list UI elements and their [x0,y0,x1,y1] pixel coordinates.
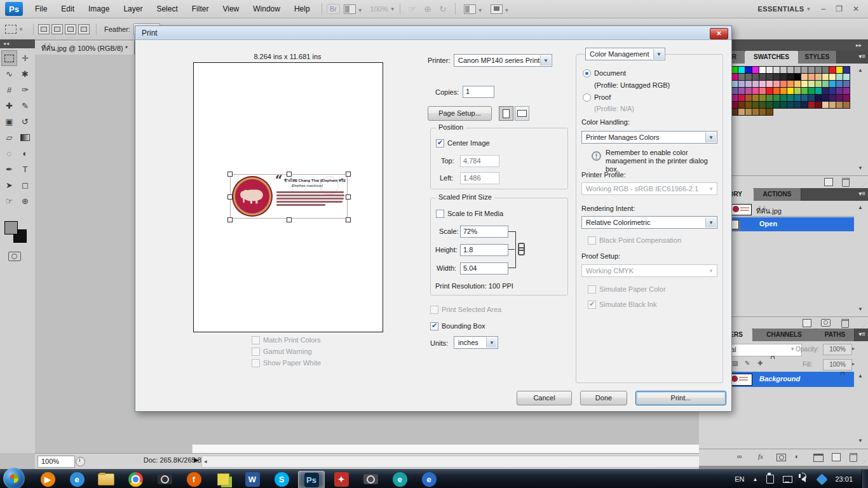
link-layers-icon[interactable]: ∞ [737,452,742,460]
width-input[interactable]: 5.04 [460,262,508,274]
tool-shape[interactable]: ◻ [17,177,33,193]
workspace-switcher[interactable]: ESSENTIALS [757,5,804,13]
selection-add-icon[interactable] [51,24,63,34]
language-indicator[interactable]: EN [735,475,744,483]
page-setup-button[interactable]: Page Setup... [428,106,492,121]
arrange-documents-icon[interactable]: ▼ [464,4,483,15]
panel-menu-icon[interactable]: ▾≡ [858,330,865,337]
menu-item-file[interactable]: File [28,0,54,18]
taskbar-windows-explorer[interactable] [93,471,119,487]
orientation-landscape-icon[interactable] [515,106,529,121]
scroll-up-icon[interactable]: ▲ [856,205,865,210]
taskbar-internet-explorer[interactable]: e [64,471,90,487]
tool-dodge[interactable]: ◐ [17,146,33,161]
bbox-handle[interactable] [346,172,351,177]
network-icon[interactable] [783,476,792,483]
minimize-button[interactable]: – [821,4,825,13]
taskbar-word[interactable]: W [240,471,265,487]
launch-bridge-button[interactable]: Br [327,4,340,14]
document-tab[interactable]: ที่คั่น.jpg @ 100% (RGB/8) * [35,41,135,55]
selection-intersect-icon[interactable] [78,24,90,34]
preview-artwork[interactable]: “ ช้างไทย Chang Thai (Elephant หรือ Elep… [230,174,348,219]
zoom-level[interactable]: 100% [370,5,388,13]
scroll-down-icon[interactable]: ▼ [856,165,865,171]
rendering-intent-select[interactable]: Relative Colorimetric▼ [581,216,717,229]
tool-gradient[interactable] [17,130,33,146]
scroll-up-icon[interactable]: ▲ [856,373,865,379]
menu-item-select[interactable]: Select [149,0,184,18]
taskbar-photoshop[interactable]: Ps [298,471,325,488]
rotate-view-icon[interactable]: ↻ [439,4,447,14]
tool-zoom[interactable]: ⊕ [17,193,33,209]
tab-styles[interactable]: STYLES [798,51,837,64]
done-button[interactable]: Done [580,391,627,405]
lock-position-icon[interactable]: ✚ [757,360,763,367]
bbox-handle[interactable] [227,172,233,177]
orientation-portrait-icon[interactable] [499,106,513,121]
new-doc-from-state-icon[interactable] [803,319,811,327]
tool-crop[interactable]: # [1,82,17,98]
status-zoom-input[interactable]: 100% [37,456,75,468]
bbox-handle[interactable] [346,194,351,200]
print-button[interactable]: Print... [635,391,726,405]
action-center-icon[interactable] [766,475,774,484]
lock-pixels-icon[interactable]: ✎ [745,360,750,367]
scroll-down-icon[interactable]: ▼ [856,438,865,444]
bounding-box-checkbox[interactable] [430,322,438,330]
tool-brush[interactable]: ✎ [17,98,33,114]
lock-transparency-icon[interactable]: ▨ [732,360,738,367]
tool-hand[interactable]: ☞ [1,193,17,209]
collapse-panel-icon[interactable]: ◂◂ [0,39,35,48]
taskbar-camera-app[interactable] [358,471,383,487]
menu-item-window[interactable]: Window [246,0,287,18]
hidden-icons-icon[interactable]: ▲ [753,477,758,482]
color-management-select[interactable]: Color Management▼ [585,48,665,60]
units-select[interactable]: inches▼ [454,336,498,349]
zoom-tool-icon[interactable]: ⊕ [424,4,431,14]
color-handling-select[interactable]: Printer Manages Colors▼ [581,131,717,144]
document-radio[interactable] [583,69,591,78]
quick-mask-icon[interactable] [8,252,21,261]
taskbar-sticky-notes[interactable] [210,471,236,487]
scale-to-fit-checkbox[interactable] [436,210,444,218]
tool-blur[interactable]: ◌ [1,146,17,161]
selection-new-icon[interactable] [38,24,50,34]
menu-item-filter[interactable]: Filter [185,0,216,18]
opacity-value[interactable]: 100% [823,344,852,355]
new-layer-icon[interactable] [832,453,841,461]
delete-state-icon[interactable] [841,319,849,328]
bbox-handle[interactable] [227,194,233,200]
tool-healing-brush[interactable]: ✚ [1,98,17,114]
panel-menu-icon[interactable]: ▾≡ [858,190,865,197]
menu-item-edit[interactable]: Edit [54,0,81,18]
dialog-title-bar[interactable]: Print [135,26,731,40]
scroll-up-icon[interactable]: ▲ [856,67,865,73]
cancel-button[interactable]: Cancel [517,391,572,405]
screen-mode-icon[interactable]: ▼ [491,4,510,15]
adjustment-layer-icon[interactable]: ◐ [795,452,799,460]
fill-value[interactable]: 100% [823,359,852,370]
delete-swatch-icon[interactable] [842,178,850,187]
scroll-left-icon[interactable]: ◂ [204,458,207,464]
status-scrollbar[interactable]: ◂ ▸ [201,456,734,468]
bbox-handle[interactable] [227,217,233,222]
color-swatch[interactable] [766,108,773,116]
tool-pen[interactable]: ✒ [1,161,17,177]
new-snapshot-icon[interactable] [821,319,831,327]
show-desktop-button[interactable] [862,470,868,488]
close-button[interactable]: ✕ [853,4,859,13]
start-button[interactable] [3,468,25,488]
tool-clone-stamp[interactable]: ▣ [1,114,17,130]
printer-select[interactable]: Canon MP140 series Printer▼ [454,54,552,67]
tab-channels[interactable]: CHANNELS [752,329,817,341]
dropbox-icon[interactable] [818,475,826,484]
taskbar-blue-app[interactable]: e [416,471,442,487]
selection-subtract-icon[interactable] [65,24,76,34]
taskbar-red-app[interactable]: ✦ [329,471,354,487]
bbox-handle[interactable] [346,217,351,222]
opacity-slider-icon[interactable]: ▸ [852,346,855,351]
volume-icon[interactable] [801,476,806,482]
menu-item-view[interactable]: View [215,0,246,18]
taskbar-photo-viewer[interactable] [152,471,177,487]
taskbar-firefox[interactable]: f [181,471,207,487]
